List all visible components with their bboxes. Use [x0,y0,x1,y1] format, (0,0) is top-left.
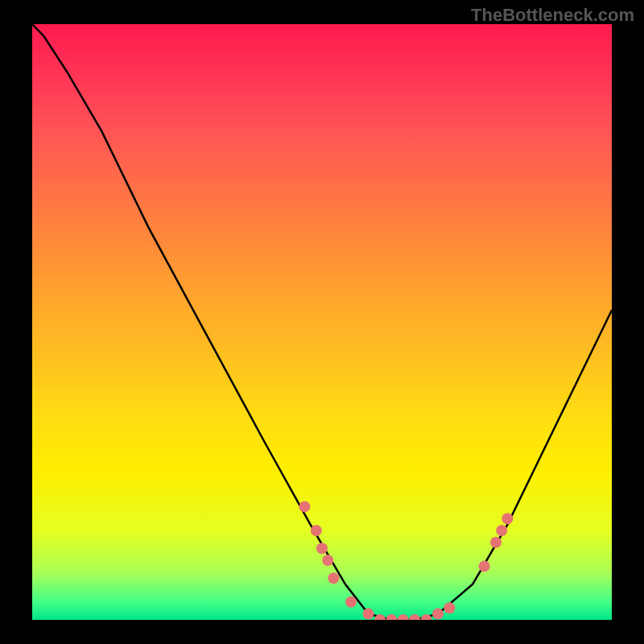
bottleneck-curve [32,24,612,620]
chart-svg [32,24,612,620]
data-point [490,537,502,548]
watermark-text: TheBottleneck.com [471,5,634,26]
data-point [345,597,357,608]
data-point [409,614,420,620]
data-point [363,609,374,620]
data-points-group [299,501,513,620]
data-point [316,543,328,554]
chart-plot-area [32,24,612,620]
data-point [328,572,339,584]
data-point [386,614,397,620]
data-point [496,525,507,536]
data-point [432,609,444,620]
data-point [311,525,322,536]
data-point [479,560,490,572]
data-point [444,602,455,613]
data-point [502,513,513,524]
data-point [398,614,409,620]
data-point [299,501,310,512]
data-point [322,555,333,566]
